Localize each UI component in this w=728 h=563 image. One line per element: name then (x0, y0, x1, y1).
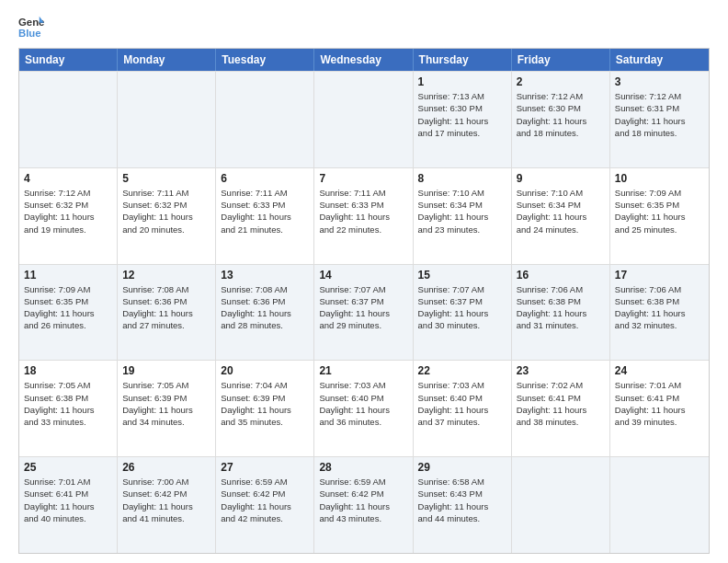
logo-icon: General Blue (18, 15, 44, 40)
day-number: 22 (418, 364, 506, 377)
day-number: 16 (517, 269, 605, 282)
day-info: Sunrise: 7:08 AM Sunset: 6:36 PM Dayligh… (122, 283, 210, 332)
calendar-day-cell: 1Sunrise: 7:13 AM Sunset: 6:30 PM Daylig… (414, 72, 512, 167)
calendar-day-cell: 7Sunrise: 7:11 AM Sunset: 6:33 PM Daylig… (314, 168, 413, 264)
calendar-empty-cell (118, 72, 216, 167)
calendar-week: 1Sunrise: 7:13 AM Sunset: 6:30 PM Daylig… (19, 71, 709, 167)
calendar-header-cell: Saturday (610, 49, 709, 71)
calendar-day-cell: 13Sunrise: 7:08 AM Sunset: 6:36 PM Dayli… (216, 265, 314, 361)
day-info: Sunrise: 7:13 AM Sunset: 6:30 PM Dayligh… (418, 90, 506, 139)
calendar-day-cell: 10Sunrise: 7:09 AM Sunset: 6:35 PM Dayli… (610, 168, 709, 264)
calendar-day-cell: 29Sunrise: 6:58 AM Sunset: 6:43 PM Dayli… (414, 457, 512, 553)
day-number: 25 (24, 461, 112, 474)
day-number: 13 (221, 269, 309, 282)
day-info: Sunrise: 7:12 AM Sunset: 6:31 PM Dayligh… (615, 90, 704, 139)
day-info: Sunrise: 7:01 AM Sunset: 6:41 PM Dayligh… (615, 379, 704, 428)
calendar-day-cell: 17Sunrise: 7:06 AM Sunset: 6:38 PM Dayli… (610, 265, 709, 361)
day-number: 19 (122, 364, 210, 377)
day-number: 11 (24, 269, 112, 282)
calendar-body: 1Sunrise: 7:13 AM Sunset: 6:30 PM Daylig… (19, 71, 709, 553)
day-info: Sunrise: 7:03 AM Sunset: 6:40 PM Dayligh… (418, 379, 506, 428)
day-info: Sunrise: 6:58 AM Sunset: 6:43 PM Dayligh… (418, 476, 506, 524)
day-number: 10 (615, 172, 704, 185)
calendar: SundayMondayTuesdayWednesdayThursdayFrid… (18, 48, 710, 554)
day-info: Sunrise: 7:07 AM Sunset: 6:37 PM Dayligh… (319, 283, 407, 332)
day-number: 7 (319, 172, 407, 185)
calendar-day-cell: 27Sunrise: 6:59 AM Sunset: 6:42 PM Dayli… (216, 457, 314, 553)
day-info: Sunrise: 7:10 AM Sunset: 6:34 PM Dayligh… (517, 187, 605, 236)
calendar-week: 11Sunrise: 7:09 AM Sunset: 6:35 PM Dayli… (19, 264, 709, 361)
day-number: 9 (517, 172, 605, 185)
day-number: 27 (221, 461, 309, 474)
calendar-day-cell: 9Sunrise: 7:10 AM Sunset: 6:34 PM Daylig… (512, 168, 610, 264)
day-info: Sunrise: 7:10 AM Sunset: 6:34 PM Dayligh… (418, 187, 506, 236)
calendar-week: 25Sunrise: 7:01 AM Sunset: 6:41 PM Dayli… (19, 456, 709, 553)
header: General Blue (18, 15, 710, 40)
day-number: 24 (615, 364, 704, 377)
day-info: Sunrise: 7:08 AM Sunset: 6:36 PM Dayligh… (221, 283, 309, 332)
calendar-day-cell: 5Sunrise: 7:11 AM Sunset: 6:32 PM Daylig… (118, 168, 216, 264)
day-number: 5 (122, 172, 210, 185)
calendar-header: SundayMondayTuesdayWednesdayThursdayFrid… (19, 49, 709, 71)
day-info: Sunrise: 7:09 AM Sunset: 6:35 PM Dayligh… (615, 187, 704, 236)
day-number: 12 (122, 269, 210, 282)
day-info: Sunrise: 7:02 AM Sunset: 6:41 PM Dayligh… (517, 379, 605, 428)
calendar-day-cell: 21Sunrise: 7:03 AM Sunset: 6:40 PM Dayli… (314, 361, 413, 456)
calendar-day-cell: 23Sunrise: 7:02 AM Sunset: 6:41 PM Dayli… (512, 361, 610, 456)
calendar-day-cell: 3Sunrise: 7:12 AM Sunset: 6:31 PM Daylig… (610, 72, 709, 167)
page: General Blue SundayMondayTuesdayWednesda… (0, 0, 728, 563)
day-number: 18 (24, 364, 112, 377)
day-info: Sunrise: 7:11 AM Sunset: 6:32 PM Dayligh… (122, 187, 210, 236)
day-info: Sunrise: 7:03 AM Sunset: 6:40 PM Dayligh… (319, 379, 407, 428)
day-info: Sunrise: 7:12 AM Sunset: 6:32 PM Dayligh… (24, 187, 112, 236)
day-info: Sunrise: 7:06 AM Sunset: 6:38 PM Dayligh… (517, 283, 605, 332)
calendar-empty-cell (19, 72, 118, 167)
day-info: Sunrise: 6:59 AM Sunset: 6:42 PM Dayligh… (319, 476, 407, 524)
calendar-empty-cell (216, 72, 314, 167)
day-info: Sunrise: 7:07 AM Sunset: 6:37 PM Dayligh… (418, 283, 506, 332)
calendar-day-cell: 24Sunrise: 7:01 AM Sunset: 6:41 PM Dayli… (610, 361, 709, 456)
day-info: Sunrise: 7:05 AM Sunset: 6:39 PM Dayligh… (122, 379, 210, 428)
calendar-empty-cell (610, 457, 709, 553)
calendar-day-cell: 16Sunrise: 7:06 AM Sunset: 6:38 PM Dayli… (512, 265, 610, 361)
calendar-day-cell: 11Sunrise: 7:09 AM Sunset: 6:35 PM Dayli… (19, 265, 118, 361)
logo: General Blue (18, 15, 48, 40)
calendar-day-cell: 8Sunrise: 7:10 AM Sunset: 6:34 PM Daylig… (414, 168, 512, 264)
day-number: 20 (221, 364, 309, 377)
calendar-day-cell: 14Sunrise: 7:07 AM Sunset: 6:37 PM Dayli… (314, 265, 413, 361)
calendar-day-cell: 28Sunrise: 6:59 AM Sunset: 6:42 PM Dayli… (314, 457, 413, 553)
calendar-day-cell: 26Sunrise: 7:00 AM Sunset: 6:42 PM Dayli… (118, 457, 216, 553)
calendar-day-cell: 18Sunrise: 7:05 AM Sunset: 6:38 PM Dayli… (19, 361, 118, 456)
calendar-week: 18Sunrise: 7:05 AM Sunset: 6:38 PM Dayli… (19, 360, 709, 456)
day-number: 3 (615, 75, 704, 88)
calendar-day-cell: 20Sunrise: 7:04 AM Sunset: 6:39 PM Dayli… (216, 361, 314, 456)
calendar-header-cell: Monday (118, 49, 216, 71)
calendar-day-cell: 6Sunrise: 7:11 AM Sunset: 6:33 PM Daylig… (216, 168, 314, 264)
day-info: Sunrise: 7:06 AM Sunset: 6:38 PM Dayligh… (615, 283, 704, 332)
day-info: Sunrise: 7:11 AM Sunset: 6:33 PM Dayligh… (319, 187, 407, 236)
calendar-week: 4Sunrise: 7:12 AM Sunset: 6:32 PM Daylig… (19, 167, 709, 264)
day-number: 2 (517, 75, 605, 88)
day-info: Sunrise: 7:00 AM Sunset: 6:42 PM Dayligh… (122, 476, 210, 524)
calendar-header-cell: Tuesday (216, 49, 314, 71)
day-number: 29 (418, 461, 506, 474)
day-number: 1 (418, 75, 506, 88)
day-info: Sunrise: 7:05 AM Sunset: 6:38 PM Dayligh… (24, 379, 112, 428)
day-number: 15 (418, 269, 506, 282)
calendar-header-cell: Sunday (19, 49, 118, 71)
day-number: 14 (319, 269, 407, 282)
calendar-day-cell: 4Sunrise: 7:12 AM Sunset: 6:32 PM Daylig… (19, 168, 118, 264)
calendar-day-cell: 22Sunrise: 7:03 AM Sunset: 6:40 PM Dayli… (414, 361, 512, 456)
calendar-day-cell: 12Sunrise: 7:08 AM Sunset: 6:36 PM Dayli… (118, 265, 216, 361)
day-info: Sunrise: 7:11 AM Sunset: 6:33 PM Dayligh… (221, 187, 309, 236)
day-info: Sunrise: 7:09 AM Sunset: 6:35 PM Dayligh… (24, 283, 112, 332)
calendar-header-cell: Friday (512, 49, 610, 71)
day-number: 23 (517, 364, 605, 377)
day-number: 21 (319, 364, 407, 377)
day-info: Sunrise: 7:12 AM Sunset: 6:30 PM Dayligh… (517, 90, 605, 139)
svg-text:Blue: Blue (18, 28, 41, 39)
calendar-day-cell: 15Sunrise: 7:07 AM Sunset: 6:37 PM Dayli… (414, 265, 512, 361)
day-number: 8 (418, 172, 506, 185)
calendar-empty-cell (314, 72, 413, 167)
calendar-day-cell: 19Sunrise: 7:05 AM Sunset: 6:39 PM Dayli… (118, 361, 216, 456)
